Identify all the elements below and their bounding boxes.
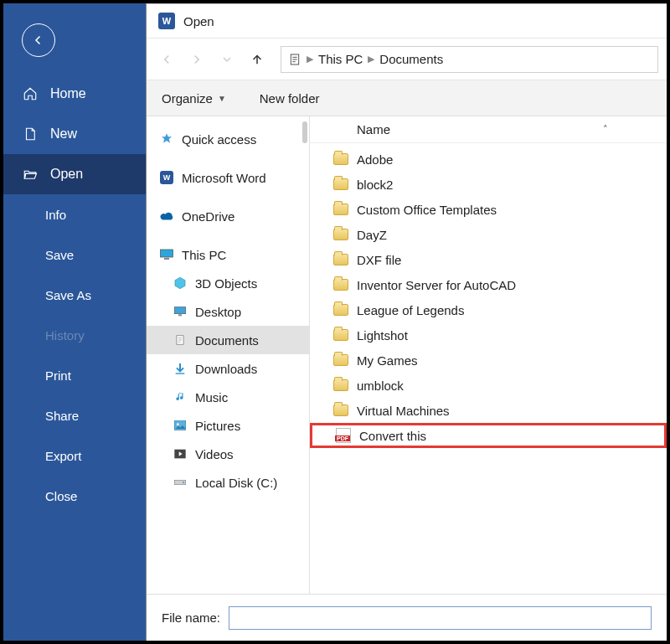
file-item-pdf[interactable]: Convert this	[310, 423, 667, 448]
tree-label: This PC	[182, 248, 226, 262]
tree-label: Microsoft Word	[182, 171, 266, 185]
file-item-folder[interactable]: Custom Office Templates	[310, 197, 667, 222]
dialog-toolbar: Organize ▼ New folder	[147, 80, 667, 116]
cloud-icon	[158, 210, 175, 222]
menu-info[interactable]: Info	[3, 194, 146, 234]
tree-local-disk[interactable]: Local Disk (C:)	[147, 468, 309, 497]
file-name: Adobe	[357, 152, 393, 167]
menu-open[interactable]: Open	[3, 154, 146, 194]
video-icon	[172, 448, 188, 460]
menu-label: Save As	[45, 288, 91, 302]
tree-quick-access[interactable]: Quick access	[147, 125, 309, 153]
breadcrumb-this-pc[interactable]: This PC	[318, 52, 363, 66]
organize-button[interactable]: Organize ▼	[162, 91, 226, 106]
column-name[interactable]: Name	[357, 122, 390, 137]
open-file-dialog: Open ▶ This PC ▶ Documents Organize ▼ Ne…	[146, 3, 667, 641]
menu-home[interactable]: Home	[3, 74, 146, 114]
folder-icon	[333, 379, 348, 391]
tree-pictures[interactable]: Pictures	[147, 411, 309, 440]
folder-icon	[333, 304, 348, 316]
drive-icon	[172, 477, 188, 487]
new-folder-button[interactable]: New folder	[260, 91, 320, 106]
svg-rect-4	[178, 314, 182, 316]
dialog-titlebar: Open	[147, 4, 667, 38]
file-name: Lightshot	[357, 328, 408, 343]
tree-onedrive[interactable]: OneDrive	[147, 202, 309, 230]
breadcrumb-bar[interactable]: ▶ This PC ▶ Documents	[281, 46, 658, 73]
scrollbar-thumb[interactable]	[302, 121, 307, 143]
file-item-folder[interactable]: League of Legends	[310, 297, 667, 322]
back-button[interactable]	[22, 23, 55, 57]
file-item-folder[interactable]: Lightshot	[310, 322, 667, 348]
file-item-folder[interactable]: umblock	[310, 373, 667, 398]
tree-label: Desktop	[195, 305, 241, 319]
svg-point-11	[183, 482, 184, 483]
menu-label: Home	[50, 86, 86, 101]
folder-icon	[333, 204, 348, 215]
tree-documents[interactable]: Documents	[147, 326, 309, 354]
desktop-icon	[172, 306, 188, 317]
menu-close[interactable]: Close	[3, 476, 146, 516]
nav-forward-icon	[185, 48, 209, 71]
home-icon	[22, 86, 39, 101]
tree-music[interactable]: Music	[147, 383, 309, 411]
tree-3d-objects[interactable]: 3D Objects	[147, 269, 309, 297]
menu-save-as[interactable]: Save As	[3, 275, 146, 315]
nav-recent-icon	[215, 48, 239, 71]
organize-label: Organize	[162, 91, 213, 106]
folder-icon	[333, 329, 348, 341]
new-doc-icon	[22, 126, 39, 142]
document-icon	[172, 333, 188, 347]
menu-share[interactable]: Share	[3, 395, 146, 435]
tree-microsoft-word[interactable]: Microsoft Word	[147, 163, 309, 192]
menu-label: History	[45, 328, 85, 343]
breadcrumb-documents[interactable]: Documents	[379, 52, 443, 66]
star-icon	[158, 132, 175, 146]
file-name: Inventor Server for AutoCAD	[357, 278, 516, 292]
menu-label: Info	[45, 208, 66, 222]
svg-rect-3	[174, 307, 185, 314]
filename-row: File name:	[147, 594, 667, 641]
file-item-folder[interactable]: My Games	[310, 348, 667, 373]
tree-label: Local Disk (C:)	[195, 476, 277, 490]
column-header-row: Name ˄	[310, 116, 667, 143]
menu-label: Save	[45, 248, 74, 262]
file-item-folder[interactable]: DayZ	[310, 222, 667, 247]
file-item-folder[interactable]: DXF file	[310, 247, 667, 272]
file-name: Virtual Machines	[357, 404, 450, 418]
file-name: umblock	[357, 379, 404, 393]
tree-this-pc[interactable]: This PC	[147, 240, 309, 269]
dialog-title: Open	[183, 14, 214, 28]
tree-label: Music	[195, 390, 228, 404]
tree-downloads[interactable]: Downloads	[147, 354, 309, 383]
tree-desktop[interactable]: Desktop	[147, 297, 309, 326]
file-item-folder[interactable]: Adobe	[310, 147, 667, 172]
monitor-icon	[158, 248, 175, 261]
filename-label: File name:	[162, 611, 220, 625]
file-item-folder[interactable]: Inventor Server for AutoCAD	[310, 272, 667, 297]
tree-label: Documents	[195, 333, 259, 348]
tree-label: 3D Objects	[195, 276, 257, 291]
download-icon	[172, 362, 188, 375]
tree-label: Pictures	[195, 419, 240, 433]
file-name: DXF file	[357, 253, 401, 267]
tree-videos[interactable]: Videos	[147, 440, 309, 468]
filename-input[interactable]	[229, 606, 652, 630]
folder-icon	[333, 153, 348, 165]
menu-export[interactable]: Export	[3, 435, 146, 476]
nav-up-icon[interactable]	[245, 48, 269, 71]
file-item-folder[interactable]: Virtual Machines	[310, 398, 667, 423]
document-icon	[288, 53, 302, 66]
cube-icon	[172, 276, 188, 290]
folder-icon	[333, 178, 348, 190]
menu-new[interactable]: New	[3, 114, 146, 154]
menu-label: Share	[45, 409, 79, 423]
file-name: Convert this	[359, 429, 426, 443]
chevron-right-icon: ▶	[368, 54, 374, 64]
menu-label: New	[50, 126, 77, 142]
file-item-folder[interactable]: block2	[310, 172, 667, 197]
menu-save[interactable]: Save	[3, 234, 146, 275]
menu-print[interactable]: Print	[3, 355, 146, 395]
tree-label: Quick access	[182, 132, 256, 147]
word-backstage-panel: Home New Open Info Save Save As History …	[3, 3, 146, 641]
